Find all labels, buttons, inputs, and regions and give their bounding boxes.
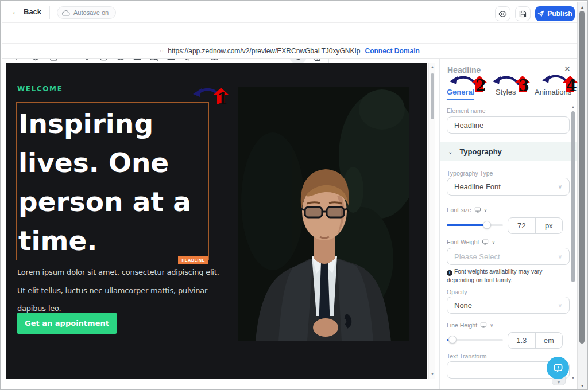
line-height-value-input[interactable]: 1.3 bbox=[508, 333, 535, 348]
body-line: Lorem ipsum dolor sit amet, consectetur … bbox=[17, 263, 219, 282]
chevron-down-icon[interactable]: ∨ bbox=[490, 323, 493, 328]
url-bar: ○ https://app.zednow.com/v2/preview/EXRC… bbox=[2, 44, 577, 58]
opacity-value: None bbox=[454, 301, 472, 310]
font-size-slider-fill bbox=[447, 224, 487, 226]
cloud-icon bbox=[62, 10, 70, 16]
body-line: Ut elit tellus, luctus nec ullamcorper m… bbox=[17, 282, 219, 300]
floppy-icon bbox=[519, 10, 527, 18]
info-icon: i bbox=[447, 270, 452, 276]
annotation-number-1: 1 bbox=[217, 91, 228, 107]
tab-general[interactable]: General bbox=[447, 88, 474, 96]
headline-line: Inspiring bbox=[18, 104, 191, 143]
publish-button[interactable]: Publish bbox=[535, 6, 575, 21]
typography-section-label: Typography bbox=[459, 147, 501, 156]
font-weight-label: Font Weight bbox=[447, 239, 479, 245]
font-weight-note: iFont weights availability may vary depe… bbox=[447, 267, 570, 284]
annotation-number-4: 4 bbox=[566, 78, 577, 94]
headline-line: lives. One bbox=[18, 143, 191, 182]
device-monitor-icon[interactable] bbox=[482, 239, 489, 245]
font-size-slider[interactable] bbox=[447, 224, 503, 226]
font-size-slider-thumb[interactable] bbox=[483, 221, 491, 229]
line-height-label: Line Height bbox=[447, 322, 477, 329]
chevron-down-icon[interactable]: ∨ bbox=[484, 208, 488, 213]
line-height-slider[interactable] bbox=[447, 339, 503, 341]
font-size-value-input[interactable]: 72 bbox=[508, 218, 535, 233]
browser-scrollbar-thumb[interactable] bbox=[579, 11, 585, 344]
device-monitor-icon[interactable] bbox=[480, 322, 487, 328]
url-status-icon: ○ bbox=[160, 48, 163, 54]
scroll-up-icon[interactable]: ▲ bbox=[579, 5, 585, 10]
annotation-number-3: 3 bbox=[519, 78, 529, 94]
widget-toolbar: Home ∨ bbox=[2, 23, 577, 44]
typography-type-label: Typography Type bbox=[447, 170, 493, 177]
panel-scroll-down-icon[interactable]: ▼ bbox=[570, 375, 576, 381]
typography-type-value: Headline Font bbox=[454, 182, 501, 191]
hero-eyebrow[interactable]: WELCOME bbox=[17, 85, 63, 93]
element-name-input[interactable]: Headline bbox=[447, 116, 570, 134]
save-button[interactable] bbox=[515, 6, 531, 21]
headline-line: person at a bbox=[18, 182, 191, 221]
eye-icon bbox=[498, 11, 507, 17]
element-name-label: Element name bbox=[447, 107, 486, 114]
font-size-label: Font size bbox=[447, 206, 471, 213]
opacity-label: Opacity bbox=[447, 288, 467, 295]
autosave-badge[interactable]: Autosave on bbox=[57, 6, 116, 19]
line-height-slider-thumb[interactable] bbox=[448, 336, 457, 344]
preview-url[interactable]: https://app.zednow.com/v2/preview/EXRCnw… bbox=[168, 47, 360, 55]
browser-scrollbar[interactable]: ▲ ▼ bbox=[577, 2, 587, 390]
device-monitor-icon[interactable] bbox=[474, 207, 481, 213]
chevron-down-icon: ▼ bbox=[556, 380, 561, 385]
appointment-button[interactable]: Get an appointment bbox=[17, 313, 117, 334]
send-icon bbox=[537, 10, 544, 17]
connect-domain-link[interactable]: Connect Domain bbox=[365, 47, 419, 55]
headline-line: time. bbox=[18, 221, 191, 260]
scroll-down-icon[interactable]: ▼ bbox=[579, 383, 585, 389]
typography-type-select[interactable]: Headline Font ∨ bbox=[447, 178, 570, 196]
close-icon[interactable]: ✕ bbox=[564, 64, 571, 73]
font-weight-placeholder: Please Select bbox=[454, 252, 500, 261]
back-label: Back bbox=[24, 7, 41, 16]
panel-scroll-up-icon[interactable]: ▲ bbox=[570, 104, 576, 110]
typography-section-header[interactable]: ⌄ Typography bbox=[440, 142, 578, 161]
hero-headline[interactable]: Inspiring lives. One person at a time. bbox=[18, 104, 191, 260]
chat-bubble-icon bbox=[552, 362, 564, 374]
scroll-up-icon[interactable]: ▲ bbox=[430, 64, 435, 70]
panel-scrollbar-thumb[interactable] bbox=[571, 111, 575, 282]
top-bar: ← Back Autosave on Publish bbox=[2, 2, 577, 23]
font-weight-label-row: Font Weight ∨ bbox=[447, 239, 495, 245]
canvas-scrollbar[interactable]: ▲ ▼ bbox=[428, 63, 435, 379]
canvas-scrollbar-thumb[interactable] bbox=[431, 73, 434, 119]
panel-title: Headline bbox=[447, 65, 481, 75]
text-transform-label: Text Transform bbox=[447, 353, 486, 360]
headline-selection-box[interactable]: Inspiring lives. One person at a time. H… bbox=[16, 102, 209, 260]
tab-styles[interactable]: Styles bbox=[496, 88, 516, 96]
font-weight-note-text: Font weights availability may vary depen… bbox=[447, 268, 542, 283]
chevron-down-icon: ∨ bbox=[558, 253, 562, 260]
line-height-label-row: Line Height ∨ bbox=[447, 322, 493, 329]
active-tab-underline bbox=[447, 99, 474, 100]
back-arrow-icon: ← bbox=[11, 7, 19, 16]
chevron-down-icon: ∨ bbox=[558, 302, 562, 309]
scroll-down-icon[interactable]: ▼ bbox=[430, 371, 435, 377]
font-weight-select[interactable]: Please Select ∨ bbox=[447, 248, 570, 265]
line-height-value-group: 1.3 em bbox=[508, 332, 563, 349]
font-size-unit-select[interactable]: px bbox=[535, 218, 563, 233]
page-canvas[interactable]: WELCOME Inspiring lives. One person at a… bbox=[6, 63, 427, 379]
font-size-value-group: 72 px bbox=[508, 217, 563, 234]
autosave-label: Autosave on bbox=[74, 9, 109, 16]
chevron-down-icon[interactable]: ∨ bbox=[492, 240, 495, 245]
chevron-down-icon: ∨ bbox=[558, 184, 562, 190]
line-height-unit-select[interactable]: em bbox=[535, 333, 563, 348]
font-size-label-row: Font size ∨ bbox=[447, 206, 487, 213]
publish-label: Publish bbox=[547, 10, 572, 18]
chat-widget-button[interactable] bbox=[547, 357, 569, 379]
opacity-select[interactable]: None ∨ bbox=[447, 297, 570, 314]
back-button[interactable]: ← Back bbox=[11, 7, 41, 16]
hero-body-text[interactable]: Lorem ipsum dolor sit amet, consectetur … bbox=[17, 263, 219, 318]
divider bbox=[440, 103, 578, 103]
element-settings-panel: Headline ✕ General Styles Animations Ele… bbox=[439, 58, 577, 390]
portrait-image[interactable] bbox=[238, 87, 409, 341]
chevron-down-icon: ⌄ bbox=[448, 149, 452, 155]
zednow-builder-window: ← Back Autosave on Publish bbox=[0, 0, 588, 390]
preview-eye-button[interactable] bbox=[495, 6, 510, 21]
